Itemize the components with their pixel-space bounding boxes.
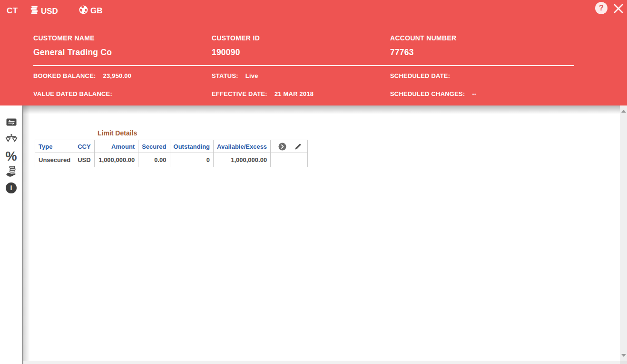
app-code-label: CT bbox=[7, 6, 18, 16]
account-number-value: 77763 bbox=[390, 48, 414, 57]
col-amount: Amount bbox=[95, 140, 138, 153]
edit-limit-button[interactable] bbox=[294, 143, 302, 150]
section-title: Limit Details bbox=[98, 129, 137, 137]
booked-balance-label: BOOKED BALANCE: bbox=[33, 72, 96, 79]
sidebar-item-card-transfer[interactable] bbox=[0, 117, 22, 127]
scheduled-date-label: SCHEDULED DATE: bbox=[390, 72, 450, 79]
cell-amount: 1,000,000.00 bbox=[95, 153, 138, 167]
cell-secured: 0.00 bbox=[138, 153, 170, 167]
scroll-down-arrow-icon[interactable] bbox=[621, 354, 626, 357]
status-label: STATUS: bbox=[212, 72, 238, 79]
country-selector[interactable]: GB bbox=[79, 5, 103, 17]
status-value: Live bbox=[245, 72, 258, 79]
sidebar-item-info[interactable]: i bbox=[0, 182, 22, 194]
account-number-label: ACCOUNT NUMBER bbox=[390, 34, 457, 42]
table-header-row: Type CCY Amount Secured Outstanding Avai… bbox=[35, 140, 308, 153]
coins-icon bbox=[30, 5, 39, 17]
value-dated-balance-label: VALUE DATED BALANCE: bbox=[33, 90, 112, 97]
cell-actions bbox=[271, 153, 308, 167]
scales-icon bbox=[5, 134, 18, 145]
effective-date-field: EFFECTIVE DATE:21 MAR 2018 bbox=[212, 90, 314, 97]
currency-label: USD bbox=[41, 7, 58, 16]
expand-row-button[interactable] bbox=[278, 143, 286, 151]
booked-balance-field: BOOKED BALANCE:23,950.00 bbox=[33, 72, 131, 79]
col-ccy: CCY bbox=[74, 140, 95, 153]
info-glyph: i bbox=[10, 184, 12, 192]
effective-date-value: 21 MAR 2018 bbox=[274, 90, 314, 97]
header-shadow bbox=[23, 105, 620, 114]
divider-shadow bbox=[23, 105, 30, 361]
cell-ccy: USD bbox=[74, 153, 95, 167]
country-label: GB bbox=[90, 6, 103, 16]
vertical-scrollbar[interactable] bbox=[620, 105, 627, 364]
main-content: Limit Details Type CCY Amount Secured Ou… bbox=[23, 105, 620, 361]
effective-date-label: EFFECTIVE DATE: bbox=[212, 90, 267, 97]
globe-icon bbox=[79, 5, 88, 17]
header-divider-line bbox=[33, 65, 574, 66]
sidebar-item-hand-coins[interactable] bbox=[0, 165, 22, 178]
col-type: Type bbox=[35, 140, 74, 153]
customer-id-value: 190090 bbox=[212, 48, 240, 57]
col-actions bbox=[271, 140, 308, 153]
close-button[interactable] bbox=[613, 3, 624, 14]
question-mark-icon: ? bbox=[599, 4, 604, 12]
cell-type: Unsecured bbox=[35, 153, 74, 167]
customer-name-label: CUSTOMER NAME bbox=[33, 34, 95, 42]
hand-coins-icon bbox=[6, 166, 17, 177]
scheduled-changes-field: SCHEDULED CHANGES:-- bbox=[390, 90, 477, 97]
percent-icon: % bbox=[5, 149, 17, 164]
close-icon bbox=[613, 3, 624, 14]
limit-table-row[interactable]: Unsecured USD 1,000,000.00 0.00 0 1,000,… bbox=[35, 153, 308, 167]
cell-outstanding: 0 bbox=[170, 153, 214, 167]
titlebar: CT USD bbox=[0, 0, 627, 23]
help-button[interactable]: ? bbox=[595, 2, 607, 14]
cell-available-excess: 1,000,000.00 bbox=[214, 153, 271, 167]
scrollbar-corner bbox=[620, 361, 627, 364]
chevron-right-circle-icon bbox=[278, 143, 286, 151]
scheduled-changes-value: -- bbox=[472, 90, 476, 97]
customer-id-label: CUSTOMER ID bbox=[212, 34, 260, 42]
limit-details-table: Type CCY Amount Secured Outstanding Avai… bbox=[35, 140, 308, 167]
customer-name-value: General Trading Co bbox=[33, 48, 112, 57]
col-available-excess: Available/Excess bbox=[214, 140, 271, 153]
pencil-icon bbox=[294, 143, 302, 150]
customer-header-panel: CT USD bbox=[0, 0, 627, 105]
scheduled-changes-label: SCHEDULED CHANGES: bbox=[390, 90, 465, 97]
col-outstanding: Outstanding bbox=[170, 140, 214, 153]
card-transfer-icon bbox=[6, 118, 17, 126]
scheduled-date-field: SCHEDULED DATE: bbox=[390, 72, 457, 79]
status-field: STATUS:Live bbox=[212, 72, 258, 79]
booked-balance-value: 23,950.00 bbox=[103, 72, 132, 79]
sidebar-item-scales[interactable] bbox=[0, 133, 22, 145]
horizontal-scrollbar[interactable] bbox=[23, 361, 620, 364]
currency-selector[interactable]: USD bbox=[30, 5, 58, 17]
sidebar-item-percent[interactable]: % bbox=[0, 149, 22, 163]
sidebar: % i bbox=[0, 105, 22, 364]
col-secured: Secured bbox=[138, 140, 170, 153]
scroll-up-arrow-icon[interactable] bbox=[621, 110, 626, 113]
info-icon: i bbox=[6, 182, 17, 193]
value-dated-balance-field: VALUE DATED BALANCE: bbox=[33, 90, 119, 97]
